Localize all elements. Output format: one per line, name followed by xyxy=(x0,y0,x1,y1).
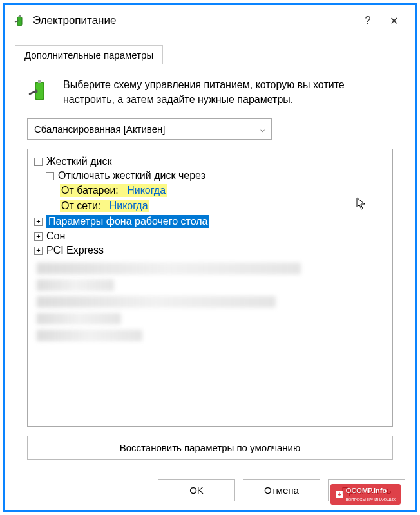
tabs: Дополнительные параметры xyxy=(5,37,415,64)
ok-button[interactable]: OK xyxy=(158,479,235,501)
window-title: Электропитание xyxy=(33,14,355,27)
plus-icon: + xyxy=(336,491,343,498)
chevron-down-icon: ⌵ xyxy=(260,125,265,134)
cancel-button[interactable]: Отмена xyxy=(243,479,320,501)
watermark-badge: + OCOMP.info ВОПРОСЫ НАЧИНАЮЩИХ xyxy=(330,484,401,505)
app-icon xyxy=(14,14,26,27)
expand-icon[interactable]: + xyxy=(34,247,43,255)
tree-node-pci-express[interactable]: + PCI Express xyxy=(34,243,386,258)
tree-leaf-on-battery[interactable]: От батареи: Никогда xyxy=(34,183,386,198)
tree-node-desktop-background[interactable]: + Параметры фона рабочего стола xyxy=(34,214,386,229)
titlebar: Электропитание ? ✕ xyxy=(5,5,415,37)
expand-icon[interactable]: + xyxy=(34,232,43,241)
intro-text: Выберите схему управления питанием, кото… xyxy=(63,77,393,107)
blurred-content xyxy=(34,263,386,341)
tree-node-hard-disk[interactable]: − Жесткий диск xyxy=(34,154,386,169)
watermark-text: OCOMP.info xyxy=(346,487,387,494)
tab-content: Выберите схему управления питанием, кото… xyxy=(15,64,405,469)
svg-point-4 xyxy=(35,90,38,93)
scheme-selected-value: Сбалансированная [Активен] xyxy=(34,124,165,135)
cursor-icon xyxy=(356,197,367,214)
tree-leaf-plugged-in[interactable]: От сети: Никогда xyxy=(34,198,386,214)
power-scheme-select[interactable]: Сбалансированная [Активен] ⌵ xyxy=(27,118,272,140)
svg-rect-1 xyxy=(19,15,21,17)
watermark-subtitle: ВОПРОСЫ НАЧИНАЮЩИХ xyxy=(346,498,396,501)
settings-tree: − Жесткий диск − Отключать жесткий диск … xyxy=(27,149,393,427)
power-options-dialog: Электропитание ? ✕ Дополнительные параме… xyxy=(3,3,417,512)
collapse-icon[interactable]: − xyxy=(46,172,54,180)
tree-node-turn-off-disk[interactable]: − Отключать жесткий диск через xyxy=(34,169,386,183)
collapse-icon[interactable]: − xyxy=(34,158,43,166)
svg-rect-3 xyxy=(38,80,41,83)
intro-block: Выберите схему управления питанием, кото… xyxy=(27,77,393,107)
tree-node-sleep[interactable]: + Сон xyxy=(34,229,386,243)
close-button[interactable]: ✕ xyxy=(381,11,406,30)
help-button[interactable]: ? xyxy=(355,11,381,30)
tab-advanced[interactable]: Дополнительные параметры xyxy=(15,45,163,64)
expand-icon[interactable]: + xyxy=(34,218,43,226)
restore-defaults-button[interactable]: Восстановить параметры по умолчанию xyxy=(27,436,393,460)
battery-icon xyxy=(27,77,53,103)
